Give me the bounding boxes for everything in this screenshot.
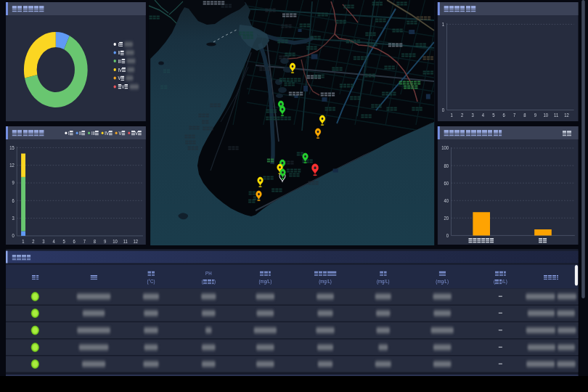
svg-text:80: 80 <box>444 163 449 168</box>
svg-text:5: 5 <box>492 113 495 118</box>
svg-text:11: 11 <box>123 239 128 245</box>
svg-text:4: 4 <box>52 239 55 245</box>
svg-text:40: 40 <box>444 197 449 203</box>
svg-text:3: 3 <box>471 113 474 118</box>
svg-text:0: 0 <box>446 232 449 238</box>
svg-text:0: 0 <box>12 233 15 239</box>
svg-text:1: 1 <box>451 113 454 118</box>
svg-text:12: 12 <box>134 239 139 245</box>
svg-text:2: 2 <box>32 239 35 245</box>
svg-text:6: 6 <box>12 197 15 203</box>
svg-text:7: 7 <box>513 113 516 118</box>
svg-text:2: 2 <box>461 113 464 118</box>
svg-text:3: 3 <box>12 216 15 221</box>
svg-text:6: 6 <box>73 239 76 245</box>
svg-text:12: 12 <box>564 113 569 118</box>
svg-text:9: 9 <box>104 239 107 245</box>
svg-text:15: 15 <box>9 144 15 150</box>
svg-text:8: 8 <box>523 113 526 118</box>
svg-text:20: 20 <box>444 215 449 221</box>
svg-text:10: 10 <box>543 113 548 118</box>
svg-text:0: 0 <box>442 107 445 113</box>
svg-text:11: 11 <box>554 113 558 118</box>
svg-text:6: 6 <box>503 113 506 118</box>
svg-text:10: 10 <box>113 239 118 245</box>
svg-text:8: 8 <box>94 239 97 245</box>
svg-text:9: 9 <box>534 113 537 118</box>
svg-text:1: 1 <box>22 239 25 245</box>
svg-text:9: 9 <box>12 180 15 186</box>
svg-text:7: 7 <box>83 239 86 245</box>
svg-text:5: 5 <box>63 239 66 245</box>
svg-text:1: 1 <box>442 21 445 27</box>
svg-text:100: 100 <box>441 145 449 151</box>
svg-text:3: 3 <box>42 239 45 245</box>
svg-text:12: 12 <box>9 163 15 168</box>
svg-text:4: 4 <box>482 113 485 118</box>
svg-text:60: 60 <box>444 180 449 186</box>
